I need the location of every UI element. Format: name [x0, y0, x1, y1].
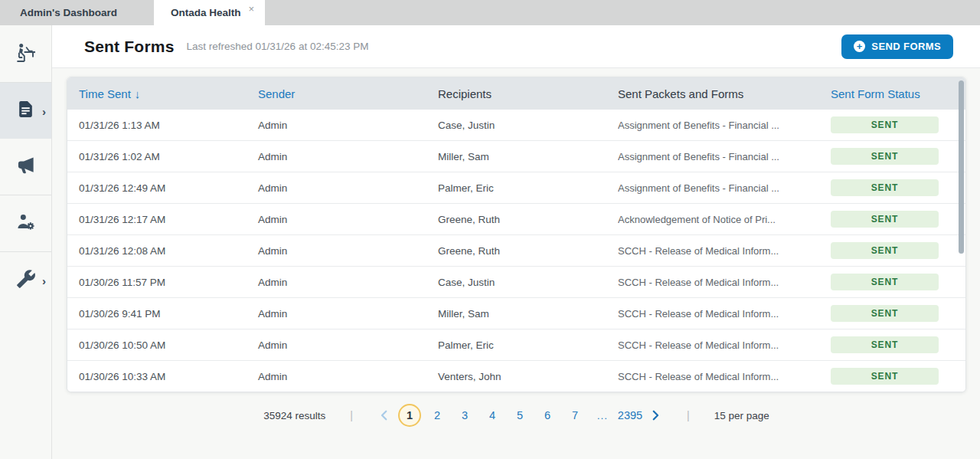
cell-time-sent: 01/31/26 1:13 AM	[79, 120, 258, 131]
next-page-button[interactable]	[648, 408, 662, 422]
close-icon[interactable]: ×	[249, 3, 255, 15]
sidebar-item-front-desk[interactable]	[0, 25, 51, 82]
person-at-desk-icon	[15, 42, 37, 66]
column-header-time-sent[interactable]: Time Sent↓	[79, 87, 258, 100]
pagination-divider: |	[687, 409, 690, 421]
cell-sender: Admin	[258, 277, 438, 288]
last-refreshed-text: Last refreshed 01/31/26 at 02:45:23 PM	[187, 41, 369, 52]
table-row[interactable]: 01/31/26 12:49 AM Admin Palmer, Eric Ass…	[67, 172, 965, 204]
pagination-divider: |	[350, 409, 353, 421]
cell-time-sent: 01/30/26 10:33 AM	[79, 371, 258, 382]
cell-time-sent: 01/31/26 12:08 AM	[79, 245, 258, 257]
cell-time-sent: 01/31/26 1:02 AM	[79, 151, 258, 162]
pagination-ellipsis: ...	[589, 410, 616, 421]
page-title: Sent Forms	[84, 38, 175, 56]
status-badge: SENT	[831, 116, 939, 133]
sidebar-item-forms[interactable]: ›	[0, 83, 51, 139]
status-badge: SENT	[831, 336, 939, 353]
form-document-icon	[16, 100, 35, 122]
status-badge: SENT	[831, 368, 939, 385]
cell-time-sent: 01/31/26 12:49 AM	[79, 182, 258, 194]
vertical-scrollbar-thumb[interactable]	[959, 80, 964, 254]
status-badge: SENT	[831, 179, 939, 196]
cell-recipient: Case, Justin	[438, 120, 618, 131]
page-button-1[interactable]: 1	[398, 404, 421, 427]
column-header-status[interactable]: Sent Form Status	[831, 87, 965, 100]
cell-sender: Admin	[258, 214, 438, 225]
content-body: Time Sent↓ Sender Recipients Sent Packet…	[52, 68, 980, 459]
sidebar: ›	[0, 25, 52, 459]
cell-forms: Assignment of Benefits - Financial ...	[618, 120, 831, 131]
send-forms-button[interactable]: + SEND FORMS	[841, 34, 953, 59]
megaphone-icon	[15, 155, 36, 179]
cell-forms: Acknowledgement of Notice of Pri...	[618, 214, 831, 225]
send-forms-button-label: SEND FORMS	[871, 41, 941, 52]
column-header-sent-packets: Sent Packets and Forms	[618, 87, 831, 100]
table-row[interactable]: 01/31/26 1:02 AM Admin Miller, Sam Assig…	[67, 141, 965, 172]
page-button-7[interactable]: 7	[561, 409, 589, 421]
status-badge: SENT	[831, 148, 939, 165]
tab-ontada-health[interactable]: Ontada Health ×	[154, 0, 265, 25]
page-button-last[interactable]: 2395	[616, 409, 644, 421]
status-badge: SENT	[831, 305, 939, 322]
cell-sender: Admin	[258, 182, 438, 194]
cell-recipient: Greene, Ruth	[438, 245, 618, 257]
sort-desc-icon: ↓	[135, 87, 141, 100]
tab-admins-dashboard[interactable]: Admin's Dashboard	[0, 0, 136, 25]
table-row[interactable]: 01/30/26 10:50 AM Admin Palmer, Eric SCC…	[67, 329, 965, 361]
table-header-row: Time Sent↓ Sender Recipients Sent Packet…	[67, 77, 965, 110]
cell-time-sent: 01/30/26 9:41 PM	[79, 308, 258, 320]
cell-recipient: Palmer, Eric	[438, 339, 618, 351]
cell-sender: Admin	[258, 308, 438, 320]
sidebar-item-tools[interactable]: ›	[0, 252, 51, 308]
table-row[interactable]: 01/30/26 10:33 AM Admin Venters, John SC…	[67, 361, 965, 392]
cell-recipient: Palmer, Eric	[438, 182, 618, 194]
status-badge: SENT	[831, 211, 939, 228]
cell-time-sent: 01/30/26 10:50 AM	[79, 339, 258, 351]
cell-recipient: Miller, Sam	[438, 308, 618, 320]
chevron-right-icon: ›	[42, 274, 46, 287]
page-header: Sent Forms Last refreshed 01/31/26 at 02…	[52, 25, 980, 68]
sidebar-item-announcements[interactable]	[0, 139, 51, 195]
page-button-6[interactable]: 6	[534, 409, 561, 421]
cell-forms: SCCH - Release of Medical Inform...	[618, 245, 831, 257]
chevron-right-icon: ›	[42, 104, 46, 117]
user-settings-icon	[15, 211, 36, 235]
cell-recipient: Venters, John	[438, 371, 618, 382]
cell-forms: SCCH - Release of Medical Inform...	[618, 308, 831, 320]
status-badge: SENT	[831, 242, 939, 259]
pagination: 35924 results | 1 2 3 4 5 6 7 ... 2395 |…	[67, 404, 966, 427]
cell-recipient: Miller, Sam	[438, 151, 618, 162]
column-header-sender[interactable]: Sender	[258, 87, 438, 100]
cell-sender: Admin	[258, 371, 438, 382]
cell-recipient: Greene, Ruth	[438, 214, 618, 225]
cell-sender: Admin	[258, 339, 438, 351]
cell-time-sent: 01/31/26 12:17 AM	[79, 214, 258, 225]
plus-circle-icon: +	[854, 41, 865, 52]
cell-forms: Assignment of Benefits - Financial ...	[618, 182, 831, 194]
prev-page-button[interactable]	[377, 408, 391, 422]
page-button-2[interactable]: 2	[423, 409, 451, 421]
wrench-icon	[16, 269, 36, 292]
cell-sender: Admin	[258, 151, 438, 162]
table-row[interactable]: 01/31/26 1:13 AM Admin Case, Justin Assi…	[67, 110, 965, 141]
page-button-4[interactable]: 4	[479, 409, 506, 421]
results-count: 35924 results	[263, 410, 325, 421]
page-button-5[interactable]: 5	[506, 409, 534, 421]
cell-sender: Admin	[258, 120, 438, 131]
table-row[interactable]: 01/31/26 12:08 AM Admin Greene, Ruth SCC…	[67, 235, 965, 267]
content-area: Sent Forms Last refreshed 01/31/26 at 02…	[52, 25, 980, 459]
cell-forms: Assignment of Benefits - Financial ...	[618, 151, 831, 162]
column-header-recipients: Recipients	[438, 87, 618, 100]
tab-label: Admin's Dashboard	[20, 7, 117, 18]
sidebar-item-user-settings[interactable]	[0, 195, 51, 251]
cell-sender: Admin	[258, 245, 438, 257]
per-page-label: 15 per page	[714, 410, 769, 421]
sent-forms-table: Time Sent↓ Sender Recipients Sent Packet…	[67, 77, 966, 392]
table-row[interactable]: 01/30/26 11:57 PM Admin Case, Justin SCC…	[67, 267, 965, 298]
page-button-3[interactable]: 3	[451, 409, 479, 421]
browser-tab-bar: Admin's Dashboard Ontada Health ×	[0, 0, 980, 25]
table-row[interactable]: 01/30/26 9:41 PM Admin Miller, Sam SCCH …	[67, 298, 965, 329]
table-row[interactable]: 01/31/26 12:17 AM Admin Greene, Ruth Ack…	[67, 204, 965, 235]
cell-forms: SCCH - Release of Medical Inform...	[618, 371, 831, 382]
